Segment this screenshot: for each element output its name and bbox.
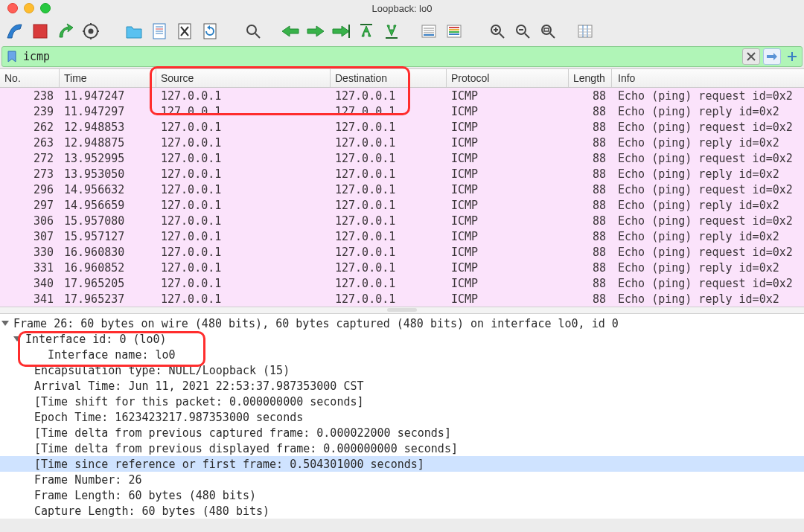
main-toolbar (0, 16, 804, 45)
colorize-button[interactable] (444, 21, 465, 42)
svg-line-37 (550, 33, 555, 38)
zoom-out-button[interactable] (512, 21, 533, 42)
reload-file-button[interactable] (200, 21, 220, 42)
goto-packet-button[interactable] (331, 21, 351, 42)
svg-point-14 (247, 25, 256, 34)
col-header-protocol[interactable]: Protocol (447, 69, 569, 87)
goto-last-button[interactable] (381, 21, 402, 42)
packet-row[interactable]: 29614.956632127.0.0.1127.0.0.1ICMP88Echo… (0, 182, 804, 197)
expand-triangle-icon[interactable] (1, 321, 9, 326)
interface-id-line[interactable]: Interface id: 0 (lo0) (0, 331, 804, 347)
goto-first-button[interactable] (356, 21, 377, 42)
packet-row[interactable]: 29714.956659127.0.0.1127.0.0.1ICMP88Echo… (0, 197, 804, 213)
frame-summary-line[interactable]: Frame 26: 60 bytes on wire (480 bits), 6… (0, 315, 804, 331)
svg-line-34 (525, 33, 529, 38)
bookmark-icon[interactable] (7, 51, 19, 63)
col-header-source[interactable]: Source (156, 69, 331, 87)
capture-options-button[interactable] (80, 21, 101, 42)
time-delta-captured-line[interactable]: [Time delta from previous captured frame… (0, 425, 804, 440)
zoom-reset-button[interactable] (537, 21, 558, 42)
frame-number-line[interactable]: Frame Number: 26 (0, 472, 804, 487)
svg-rect-0 (34, 25, 47, 38)
packet-row[interactable]: 27213.952995127.0.0.1127.0.0.1ICMP88Echo… (0, 150, 804, 166)
packet-details-pane[interactable]: Frame 26: 60 bytes on wire (480 bits), 6… (0, 314, 804, 519)
restart-capture-button[interactable] (55, 21, 76, 42)
find-packet-button[interactable] (243, 21, 264, 42)
open-file-button[interactable] (124, 21, 144, 42)
packet-row[interactable]: 26312.948875127.0.0.1127.0.0.1ICMP88Echo… (0, 135, 804, 150)
close-file-button[interactable] (174, 21, 195, 42)
packet-list-header: No. Time Source Destination Protocol Len… (0, 68, 804, 88)
packet-row[interactable]: 23811.947247127.0.0.1127.0.0.1ICMP88Echo… (0, 88, 804, 103)
col-header-length[interactable]: Length (569, 69, 612, 87)
packet-row[interactable]: 30615.957080127.0.0.1127.0.0.1ICMP88Echo… (0, 213, 804, 228)
interface-name-line[interactable]: Interface name: lo0 (0, 347, 804, 362)
packet-row[interactable]: 33016.960830127.0.0.1127.0.0.1ICMP88Echo… (0, 244, 804, 260)
apply-filter-button[interactable] (763, 48, 781, 65)
svg-point-2 (89, 29, 94, 34)
go-back-button[interactable] (280, 21, 301, 42)
stop-capture-button[interactable] (30, 21, 51, 42)
svg-rect-39 (578, 25, 592, 37)
arrival-time-line[interactable]: Arrival Time: Jun 11, 2021 22:53:37.9873… (0, 378, 804, 394)
filter-add-button[interactable] (784, 49, 800, 64)
time-delta-displayed-line[interactable]: [Time delta from previous displayed fram… (0, 440, 804, 456)
time-shift-line[interactable]: [Time shift for this packet: 0.000000000… (0, 394, 804, 409)
packet-row[interactable]: 33116.960852127.0.0.1127.0.0.1ICMP88Echo… (0, 260, 804, 275)
window-title: Loopback: lo0 (0, 3, 804, 14)
display-filter-bar (1, 46, 803, 67)
packet-row[interactable]: 34017.965205127.0.0.1127.0.0.1ICMP88Echo… (0, 275, 804, 291)
col-header-info[interactable]: Info (612, 72, 804, 84)
packet-list[interactable]: 23811.947247127.0.0.1127.0.0.1ICMP88Echo… (0, 88, 804, 307)
pane-splitter[interactable] (0, 307, 804, 314)
packet-row[interactable]: 30715.957127127.0.0.1127.0.0.1ICMP88Echo… (0, 228, 804, 244)
shark-fin-icon[interactable] (4, 21, 25, 42)
col-header-no[interactable]: No. (0, 69, 60, 87)
zoom-in-button[interactable] (487, 21, 508, 42)
svg-line-30 (500, 33, 504, 38)
col-header-destination[interactable]: Destination (331, 69, 447, 87)
display-filter-input[interactable] (22, 49, 739, 64)
frame-length-line[interactable]: Frame Length: 60 bytes (480 bits) (0, 487, 804, 503)
expand-triangle-icon[interactable] (13, 336, 21, 342)
time-since-reference-line[interactable]: [Time since reference or first frame: 0.… (0, 456, 804, 472)
epoch-time-line[interactable]: Epoch Time: 1623423217.987353000 seconds (0, 409, 804, 425)
packet-row[interactable]: 34117.965237127.0.0.1127.0.0.1ICMP88Echo… (0, 291, 804, 307)
packet-row[interactable]: 27313.953050127.0.0.1127.0.0.1ICMP88Echo… (0, 166, 804, 182)
svg-point-36 (542, 25, 551, 34)
autoscroll-button[interactable] (418, 21, 439, 42)
svg-line-15 (255, 33, 260, 38)
clear-filter-button[interactable] (742, 48, 760, 65)
titlebar: Loopback: lo0 (0, 0, 804, 16)
resize-columns-button[interactable] (575, 21, 596, 42)
go-forward-button[interactable] (305, 21, 326, 42)
save-file-button[interactable] (149, 21, 170, 42)
packet-row[interactable]: 23911.947297127.0.0.1127.0.0.1ICMP88Echo… (0, 103, 804, 119)
capture-length-line[interactable]: Capture Length: 60 bytes (480 bits) (0, 503, 804, 519)
svg-rect-38 (544, 28, 549, 31)
col-header-time[interactable]: Time (60, 69, 156, 87)
encapsulation-line[interactable]: Encapsulation type: NULL/Loopback (15) (0, 362, 804, 378)
packet-row[interactable]: 26212.948853127.0.0.1127.0.0.1ICMP88Echo… (0, 119, 804, 135)
